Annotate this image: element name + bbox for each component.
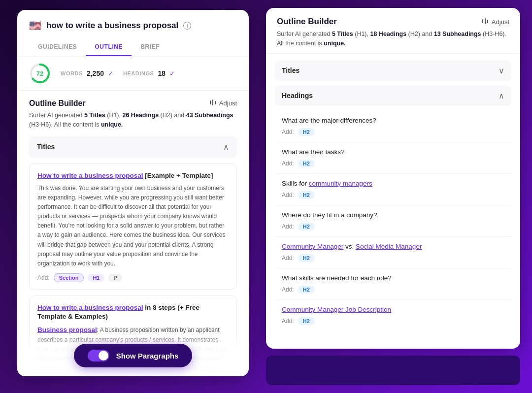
social-media-manager-link[interactable]: Social Media Manager xyxy=(356,243,422,250)
page-title: how to write a business proposal xyxy=(46,21,178,31)
heading-item-5: Community Manager vs. Social Media Manag… xyxy=(275,237,511,268)
heading2-h2-tag[interactable]: H2 xyxy=(298,160,315,167)
title1-p-tag[interactable]: P xyxy=(108,274,122,282)
heading-item-4: Where do they fit in a company? Add: H2 xyxy=(275,205,511,237)
heading-item-7: Community Manager Job Description Add: H… xyxy=(275,300,511,331)
svg-rect-3 xyxy=(212,99,213,105)
tabs-row: GUIDELINES OUTLINE BRIEF xyxy=(29,38,237,56)
svg-rect-7 xyxy=(487,20,488,23)
heading5-h2-tag[interactable]: H2 xyxy=(298,254,315,262)
heading-text-5: Community Manager vs. Social Media Manag… xyxy=(282,243,504,250)
heading-text-4: Where do they fit in a company? xyxy=(282,211,504,219)
words-metric: WORDS 2,250 ✓ xyxy=(61,69,113,77)
community-manager-link[interactable]: Community Manager xyxy=(282,243,343,250)
tab-guidelines[interactable]: GUIDELINES xyxy=(29,38,86,56)
show-paragraphs-toggle[interactable] xyxy=(88,350,109,361)
titles-section-header[interactable]: Titles ∧ xyxy=(29,136,237,158)
title1-h1-tag[interactable]: H1 xyxy=(88,274,104,282)
metrics-row: 72 WORDS 2,250 ✓ HEADINGS 18 ✓ xyxy=(17,57,249,91)
right-adjust-icon xyxy=(481,17,489,27)
community-manager-job-link[interactable]: Community Manager Job Description xyxy=(282,306,391,313)
outline-builder-title: Outline Builder xyxy=(29,99,86,108)
show-paragraphs-label: Show Paragraphs xyxy=(116,352,179,360)
tab-outline[interactable]: OUTLINE xyxy=(86,38,132,56)
flag-icon: 🇺🇸 xyxy=(29,20,41,32)
svg-rect-4 xyxy=(215,101,216,104)
heading-add-row-5: Add: H2 xyxy=(282,254,504,262)
title2-body-link[interactable]: Business proposal xyxy=(37,326,97,333)
right-card: Outline Builder Adjust Surfer AI generat… xyxy=(266,8,520,349)
heading-add-row-1: Add: H2 xyxy=(282,128,504,136)
right-content: Titles ∨ Headings ∧ What are the major d… xyxy=(266,54,520,349)
headings-check-icon: ✓ xyxy=(169,70,175,77)
heading4-h2-tag[interactable]: H2 xyxy=(298,223,315,230)
words-check-icon: ✓ xyxy=(108,70,113,77)
heading-add-row-2: Add: H2 xyxy=(282,160,504,167)
card-header: 🇺🇸 how to write a business proposal i GU… xyxy=(17,10,249,57)
heading-item-6: What skills are needed for each role? Ad… xyxy=(275,268,511,300)
right-adjust-button[interactable]: Adjust xyxy=(481,17,509,27)
score-number: 72 xyxy=(36,70,43,77)
headings-metric: HEADINGS 18 ✓ xyxy=(123,69,175,77)
toggle-overlay: Show Paragraphs xyxy=(17,335,249,376)
right-titles-chevron-icon: ∨ xyxy=(499,66,504,75)
titles-chevron-icon: ∧ xyxy=(223,142,229,152)
community-managers-link[interactable]: community managers xyxy=(309,180,372,187)
right-headings-section-header[interactable]: Headings ∧ xyxy=(275,86,511,106)
heading-text-7: Community Manager Job Description xyxy=(282,306,504,313)
title1-heading: How to write a business proposal [Exampl… xyxy=(37,171,229,180)
title1-add-row: Add: Section H1 P xyxy=(37,273,229,282)
heading-add-row-7: Add: H2 xyxy=(282,317,504,325)
heading-item-2: What are their tasks? Add: H2 xyxy=(275,142,511,174)
adjust-icon xyxy=(209,98,217,108)
right-header: Outline Builder Adjust Surfer AI generat… xyxy=(266,8,520,54)
adjust-button[interactable]: Adjust xyxy=(209,98,237,108)
svg-rect-2 xyxy=(210,100,211,104)
card-content: Outline Builder Adjust Surfer AI generat… xyxy=(17,91,249,376)
heading-add-row-4: Add: H2 xyxy=(282,223,504,230)
heading-text-1: What are the major differences? xyxy=(282,117,504,124)
heading-text-6: What skills are needed for each role? xyxy=(282,274,504,282)
right-title-row: Outline Builder Adjust xyxy=(277,17,509,27)
score-circle: 72 xyxy=(29,63,51,84)
heading-text-3: Skills for community managers xyxy=(282,180,504,187)
heading7-h2-tag[interactable]: H2 xyxy=(298,317,315,325)
toggle-knob xyxy=(99,351,108,360)
heading-add-row-3: Add: H2 xyxy=(282,191,504,199)
heading1-h2-tag[interactable]: H2 xyxy=(298,128,315,136)
outline-builder-header: Outline Builder Adjust xyxy=(29,98,237,108)
right-headings-chevron-icon: ∧ xyxy=(499,91,504,100)
heading-text-2: What are their tasks? xyxy=(282,148,504,156)
title1-section-tag[interactable]: Section xyxy=(54,273,84,282)
info-icon[interactable]: i xyxy=(183,22,191,30)
right-desc: Surfer AI generated 5 Titles (H1), 18 He… xyxy=(277,30,509,48)
right-bottom-card xyxy=(266,356,520,385)
title1-body: This was done. You are starting your own… xyxy=(37,184,229,269)
left-panel-card: 🇺🇸 how to write a business proposal i GU… xyxy=(17,10,249,376)
svg-rect-6 xyxy=(485,18,486,24)
title2-heading: How to write a business proposal in 8 st… xyxy=(37,303,229,321)
heading3-h2-tag[interactable]: H2 xyxy=(298,191,315,199)
heading-item-3: Skills for community managers Add: H2 xyxy=(275,174,511,205)
right-panel: Outline Builder Adjust Surfer AI generat… xyxy=(266,0,532,393)
page-title-row: 🇺🇸 how to write a business proposal i xyxy=(29,20,237,32)
title-item-1: How to write a business proposal [Exampl… xyxy=(29,164,237,290)
show-paragraphs-pill: Show Paragraphs xyxy=(74,344,193,367)
heading6-h2-tag[interactable]: H2 xyxy=(298,286,315,294)
heading-add-row-6: Add: H2 xyxy=(282,286,504,294)
svg-rect-5 xyxy=(482,19,483,23)
right-titles-section-header[interactable]: Titles ∨ xyxy=(275,61,511,81)
outline-desc: Surfer AI generated 5 Titles (H1), 26 He… xyxy=(29,111,237,130)
right-title: Outline Builder xyxy=(277,17,337,27)
heading-item-1: What are the major differences? Add: H2 xyxy=(275,111,511,142)
tab-brief[interactable]: BRIEF xyxy=(132,38,168,56)
